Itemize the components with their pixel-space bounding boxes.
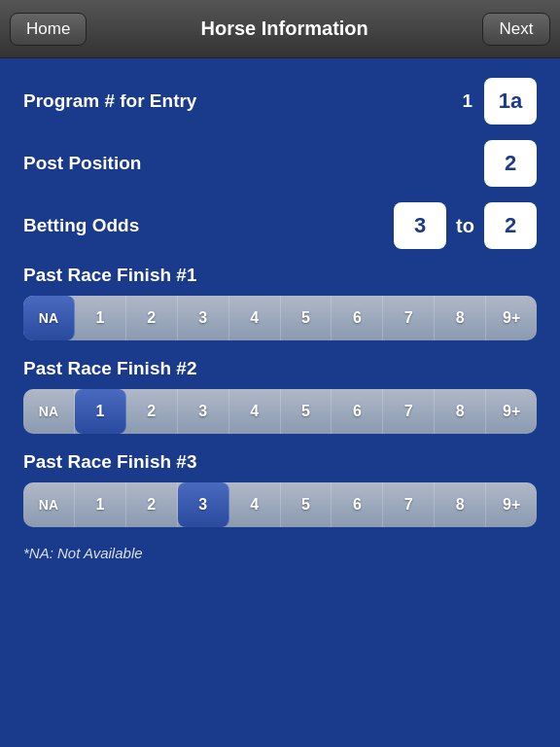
betting-odds-row: Betting Odds 3 to 2 [23, 202, 537, 249]
race2-option-4[interactable]: 4 [229, 389, 281, 434]
past-race-3-selector: NA 1 2 3 4 5 6 7 8 9+ [23, 482, 537, 527]
next-button[interactable]: Next [482, 13, 550, 46]
race3-option-7[interactable]: 7 [383, 482, 435, 527]
race3-option-8[interactable]: 8 [435, 482, 486, 527]
main-content: Program # for Entry 1 1a Post Position 2… [0, 58, 560, 581]
race1-option-5[interactable]: 5 [281, 296, 332, 340]
program-row: Program # for Entry 1 1a [23, 78, 537, 124]
race2-option-na[interactable]: NA [23, 389, 75, 434]
post-position-row: Post Position 2 [23, 140, 537, 187]
odds-left-box[interactable]: 3 [394, 202, 446, 249]
program-label: Program # for Entry [23, 90, 462, 112]
race3-option-5[interactable]: 5 [281, 482, 332, 527]
home-button[interactable]: Home [10, 13, 87, 46]
race1-option-4[interactable]: 4 [229, 296, 281, 340]
race1-option-3[interactable]: 3 [178, 296, 229, 340]
past-race-2-label: Past Race Finish #2 [23, 358, 537, 379]
race1-option-8[interactable]: 8 [435, 296, 486, 340]
race1-option-2[interactable]: 2 [126, 296, 178, 340]
race3-option-4[interactable]: 4 [229, 482, 281, 527]
program-value-box[interactable]: 1a [484, 78, 537, 124]
past-race-3-label: Past Race Finish #3 [23, 451, 537, 473]
page-title: Horse Information [87, 18, 482, 40]
past-race-1-selector: NA 1 2 3 4 5 6 7 8 9+ [23, 296, 537, 340]
race3-option-3[interactable]: 3 [178, 482, 229, 527]
odds-to-label: to [456, 215, 474, 237]
past-race-1-label: Past Race Finish #1 [23, 265, 537, 286]
race2-option-3[interactable]: 3 [178, 389, 229, 434]
post-position-value-box[interactable]: 2 [484, 140, 537, 187]
race2-option-9plus[interactable]: 9+ [486, 389, 537, 434]
race1-option-9plus[interactable]: 9+ [486, 296, 537, 340]
header: Home Horse Information Next [0, 0, 560, 58]
footer-note: *NA: Not Available [23, 545, 537, 561]
race1-option-6[interactable]: 6 [332, 296, 383, 340]
odds-right-box[interactable]: 2 [484, 202, 537, 249]
race3-option-6[interactable]: 6 [332, 482, 383, 527]
race1-option-1[interactable]: 1 [75, 296, 126, 340]
betting-odds-label: Betting Odds [23, 215, 394, 236]
race3-option-1[interactable]: 1 [75, 482, 126, 527]
race2-option-1[interactable]: 1 [75, 389, 126, 434]
race2-option-7[interactable]: 7 [383, 389, 435, 434]
past-race-2-selector: NA 1 2 3 4 5 6 7 8 9+ [23, 389, 537, 434]
race3-option-na[interactable]: NA [23, 482, 75, 527]
race3-option-9plus[interactable]: 9+ [486, 482, 537, 527]
race2-option-2[interactable]: 2 [126, 389, 178, 434]
race1-option-na[interactable]: NA [23, 296, 75, 340]
race2-option-8[interactable]: 8 [435, 389, 486, 434]
race3-option-2[interactable]: 2 [126, 482, 178, 527]
program-entry-number: 1 [462, 90, 472, 112]
post-position-label: Post Position [23, 153, 484, 174]
race2-option-6[interactable]: 6 [332, 389, 383, 434]
race1-option-7[interactable]: 7 [383, 296, 435, 340]
race2-option-5[interactable]: 5 [281, 389, 332, 434]
